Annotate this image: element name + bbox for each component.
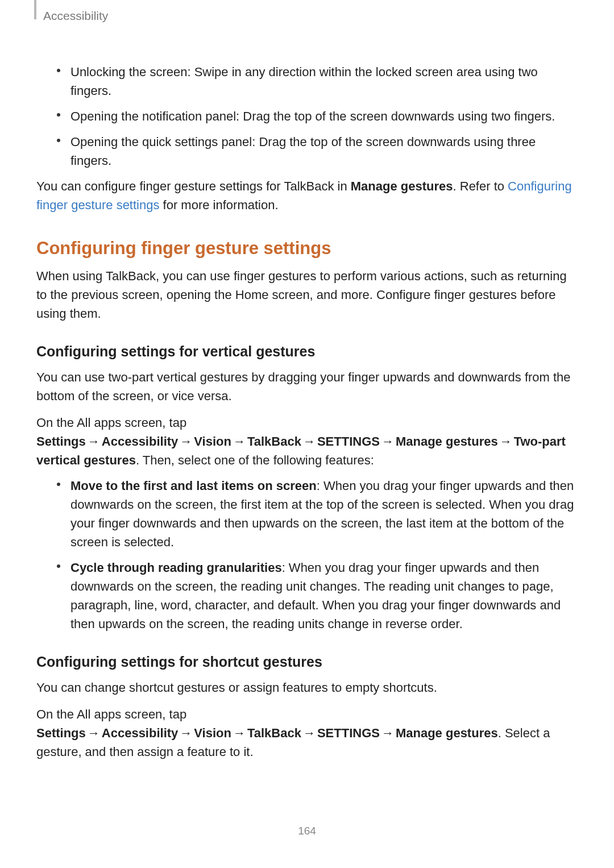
list-item: Opening the quick settings panel: Drag t… bbox=[36, 132, 578, 170]
path-vision: Vision bbox=[194, 726, 231, 740]
arrow-icon: → bbox=[180, 726, 192, 740]
bold-text: Move to the first and last items on scre… bbox=[70, 479, 317, 493]
arrow-icon: → bbox=[500, 434, 512, 448]
list-item: Unlocking the screen: Swipe in any direc… bbox=[36, 63, 578, 100]
bullet-text: Opening the quick settings panel: Drag t… bbox=[70, 132, 578, 170]
path-talkback: TalkBack bbox=[247, 726, 301, 740]
text-segment: You can configure finger gesture setting… bbox=[36, 179, 351, 193]
path-settings: Settings bbox=[36, 434, 86, 448]
arrow-icon: → bbox=[303, 434, 316, 448]
bullet-text: Opening the notification panel: Drag the… bbox=[70, 107, 555, 126]
bullet-icon bbox=[57, 139, 60, 142]
arrow-icon: → bbox=[233, 726, 246, 740]
page-number: 164 bbox=[0, 825, 614, 837]
bullet-icon bbox=[57, 483, 60, 486]
text-segment: On the All apps screen, tap bbox=[36, 707, 186, 721]
text-segment: . Refer to bbox=[453, 179, 508, 193]
heading-vertical-gestures: Configuring settings for vertical gestur… bbox=[36, 343, 578, 360]
paragraph-manage-gestures: You can configure finger gesture setting… bbox=[36, 177, 578, 214]
arrow-icon: → bbox=[180, 434, 192, 448]
text-segment: for more information. bbox=[159, 198, 278, 212]
paragraph-nav-path-shortcut: On the All apps screen, tap Settings→Acc… bbox=[36, 705, 578, 761]
bullet-text: Move to the first and last items on scre… bbox=[70, 476, 578, 551]
heading-configuring-gesture-settings: Configuring finger gesture settings bbox=[36, 238, 578, 259]
path-accessibility: Accessibility bbox=[102, 434, 179, 448]
arrow-icon: → bbox=[88, 434, 100, 448]
bullet-text: Cycle through reading granularities: Whe… bbox=[70, 558, 578, 633]
list-item: Cycle through reading granularities: Whe… bbox=[36, 558, 578, 633]
arrow-icon: → bbox=[381, 434, 394, 448]
path-accessibility: Accessibility bbox=[102, 726, 179, 740]
list-item: Move to the first and last items on scre… bbox=[36, 476, 578, 551]
paragraph: You can use two-part vertical gestures b… bbox=[36, 368, 578, 405]
bullet-text: Unlocking the screen: Swipe in any direc… bbox=[70, 63, 578, 100]
bold-text: Manage gestures bbox=[351, 179, 453, 193]
header-accent-bar bbox=[34, 0, 36, 19]
path-vision: Vision bbox=[194, 434, 231, 448]
paragraph: You can change shortcut gestures or assi… bbox=[36, 678, 578, 697]
bold-text: Cycle through reading granularities bbox=[70, 560, 282, 575]
path-talkback: TalkBack bbox=[247, 434, 301, 448]
path-manage-gestures: Manage gestures bbox=[396, 434, 498, 448]
arrow-icon: → bbox=[88, 726, 100, 740]
header-title: Accessibility bbox=[43, 9, 108, 23]
path-settings-caps: SETTINGS bbox=[317, 726, 380, 740]
text-segment: . Then, select one of the following feat… bbox=[136, 453, 374, 467]
list-item: Opening the notification panel: Drag the… bbox=[36, 107, 578, 126]
path-settings: Settings bbox=[36, 726, 86, 740]
page-content: Unlocking the screen: Swipe in any direc… bbox=[36, 63, 578, 761]
text-segment: On the All apps screen, tap bbox=[36, 416, 186, 430]
arrow-icon: → bbox=[233, 434, 246, 448]
paragraph-nav-path-vertical: On the All apps screen, tap Settings→Acc… bbox=[36, 413, 578, 470]
arrow-icon: → bbox=[303, 726, 316, 740]
heading-shortcut-gestures: Configuring settings for shortcut gestur… bbox=[36, 654, 578, 670]
arrow-icon: → bbox=[381, 726, 394, 740]
path-manage-gestures: Manage gestures bbox=[396, 726, 498, 740]
path-settings-caps: SETTINGS bbox=[317, 434, 380, 448]
paragraph: When using TalkBack, you can use finger … bbox=[36, 267, 578, 323]
bullet-icon bbox=[57, 113, 60, 117]
bullet-icon bbox=[57, 564, 60, 568]
bullet-icon bbox=[57, 69, 60, 72]
